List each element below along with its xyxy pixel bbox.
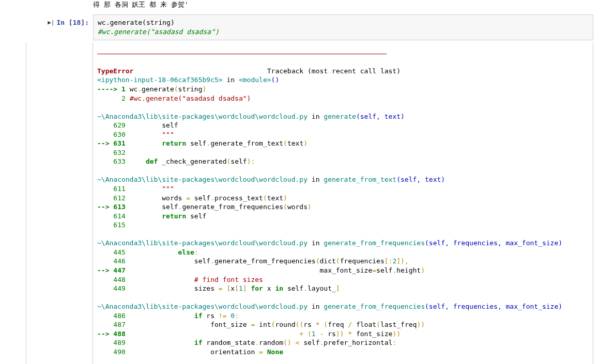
output-prompt-area [26, 42, 93, 364]
current-line-arrow: --> 613 [97, 203, 126, 211]
traceback-output: TypeError Traceback (most recent call la… [93, 42, 593, 364]
line-number: 630 [97, 131, 126, 138]
line-number: 632 [97, 149, 126, 156]
line-number: 445 [97, 248, 126, 256]
line-number: 633 [97, 157, 126, 165]
line-number: 486 [97, 312, 126, 320]
current-line-arrow: --> 447 [97, 266, 126, 274]
line-number: 614 [97, 212, 126, 220]
error-divider [97, 54, 387, 54]
line-number: 446 [97, 257, 126, 265]
traceback-label: Traceback (most recent call last) [267, 67, 401, 75]
code-line: wc.generate(string) [98, 18, 589, 27]
frame-path: ~\Anaconda3\lib\site-packages\wordcloud\… [97, 176, 308, 183]
line-number: 487 [97, 321, 126, 328]
line-number: 629 [97, 121, 126, 129]
frame-path: ~\Anaconda3\lib\site-packages\wordcloud\… [97, 303, 308, 310]
line-number: 448 [97, 276, 126, 283]
frame-path: ~\Anaconda3\lib\site-packages\wordcloud\… [97, 239, 308, 247]
current-line-arrow: --> 631 [97, 139, 126, 147]
line-number: 2 [97, 94, 130, 102]
code-cell: ▶| In [18]: wc.generate(string) #wc.gene… [26, 14, 593, 40]
frame-source: <ipython-input-18-06caf365b9c5> [97, 76, 223, 84]
input-prompt: In [18]: [56, 19, 89, 26]
current-line-arrow: ----> 1 [97, 85, 130, 93]
frame-path: ~\Anaconda3\lib\site-packages\wordcloud\… [97, 113, 308, 120]
output-cell: TypeError Traceback (most recent call la… [26, 42, 593, 364]
line-number: 615 [97, 221, 126, 229]
line-number: 449 [97, 284, 126, 292]
error-type: TypeError [97, 67, 133, 75]
prompt-area: ▶| In [18]: [26, 14, 93, 40]
notebook-container: 得 那 各洞 妖王 都 来 参贺' ▶| In [18]: wc.generat… [0, 0, 614, 364]
code-input-area[interactable]: wc.generate(string) #wc.generate("asadas… [93, 14, 593, 40]
previous-cell-output: 得 那 各洞 妖王 都 来 参贺' [26, 0, 593, 9]
line-number: 490 [97, 348, 126, 356]
line-number: 612 [97, 194, 126, 202]
line-number: 611 [97, 185, 126, 193]
run-cell-icon[interactable]: ▶| [48, 19, 54, 26]
line-number: 489 [97, 339, 126, 346]
current-line-arrow: --> 488 [97, 330, 126, 338]
code-line: #wc.generate("asadasd dsadsa") [98, 27, 589, 37]
